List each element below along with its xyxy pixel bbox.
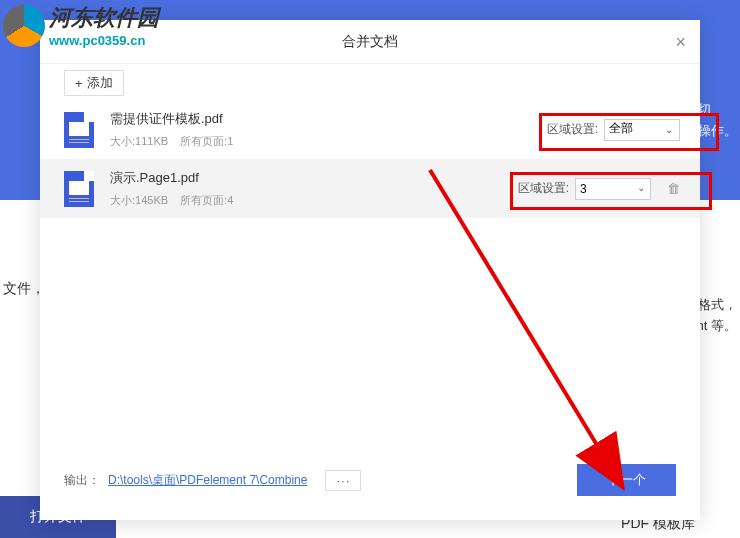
file-name: 需提供证件模板.pdf [110, 110, 547, 128]
add-label: 添加 [87, 74, 113, 92]
file-meta: 大小:145KB所有页面:4 [110, 193, 518, 208]
file-name: 演示.Page1.pdf [110, 169, 518, 187]
file-list: 需提供证件模板.pdf 大小:111KB所有页面:1 区域设置: 全部 ⌄ 演示… [40, 100, 700, 218]
browse-button[interactable]: ··· [325, 470, 361, 491]
close-icon[interactable]: × [675, 32, 686, 53]
dialog-title: 合并文档 [342, 33, 398, 51]
add-button[interactable]: + 添加 [64, 70, 124, 96]
range-select[interactable]: 全部 ⌄ [604, 119, 680, 141]
range-input[interactable] [575, 178, 651, 200]
chevron-down-icon: ⌄ [665, 124, 673, 135]
output-path-link[interactable]: D:\tools\桌面\PDFelement 7\Combine [108, 472, 307, 489]
next-button[interactable]: 下一个 [577, 464, 676, 496]
output-label: 输出： [64, 472, 100, 489]
pdf-icon [64, 112, 94, 148]
range-label: 区域设置: [547, 121, 598, 138]
logo-url: www.pc0359.cn [49, 33, 159, 48]
file-meta: 大小:111KB所有页面:1 [110, 134, 547, 149]
file-row[interactable]: 需提供证件模板.pdf 大小:111KB所有页面:1 区域设置: 全部 ⌄ [40, 100, 700, 159]
logo-title: 河东软件园 [49, 3, 159, 33]
logo-icon [3, 5, 45, 47]
range-label: 区域设置: [518, 180, 569, 197]
file-row[interactable]: 演示.Page1.pdf 大小:145KB所有页面:4 区域设置: ⌄ 🗑 [40, 159, 700, 218]
pdf-icon [64, 171, 94, 207]
site-logo: 河东软件园 www.pc0359.cn [3, 3, 159, 48]
merge-dialog: 合并文档 × + 添加 需提供证件模板.pdf 大小:111KB所有页面:1 区… [40, 20, 700, 520]
delete-icon[interactable]: 🗑 [667, 181, 680, 196]
plus-icon: + [75, 76, 83, 91]
